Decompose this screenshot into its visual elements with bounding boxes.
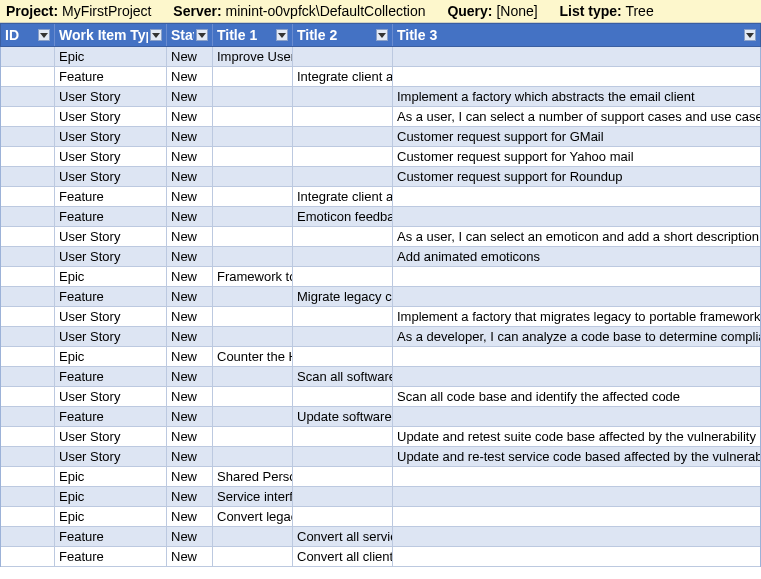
cell-work-item-type[interactable]: User Story bbox=[55, 247, 167, 266]
cell-title2[interactable] bbox=[293, 127, 393, 146]
cell-title3[interactable]: As a user, I can select a number of supp… bbox=[393, 107, 760, 126]
cell-work-item-type[interactable]: User Story bbox=[55, 227, 167, 246]
col-header-state[interactable]: State bbox=[167, 24, 213, 46]
cell-state[interactable]: New bbox=[167, 247, 213, 266]
cell-work-item-type[interactable]: Feature bbox=[55, 407, 167, 426]
table-row[interactable]: User StoryNewAs a user, I can select an … bbox=[1, 227, 760, 247]
cell-title3[interactable] bbox=[393, 367, 760, 386]
cell-work-item-type[interactable]: User Story bbox=[55, 167, 167, 186]
cell-title2[interactable] bbox=[293, 247, 393, 266]
table-row[interactable]: FeatureNewEmoticon feedback enabled in c… bbox=[1, 207, 760, 227]
cell-work-item-type[interactable]: User Story bbox=[55, 307, 167, 326]
cell-state[interactable]: New bbox=[167, 547, 213, 566]
cell-work-item-type[interactable]: Epic bbox=[55, 507, 167, 526]
cell-id[interactable] bbox=[1, 547, 55, 566]
col-header-title2[interactable]: Title 2 bbox=[293, 24, 393, 46]
cell-state[interactable]: New bbox=[167, 427, 213, 446]
cell-work-item-type[interactable]: Epic bbox=[55, 467, 167, 486]
cell-work-item-type[interactable]: Epic bbox=[55, 267, 167, 286]
cell-id[interactable] bbox=[1, 527, 55, 546]
cell-id[interactable] bbox=[1, 187, 55, 206]
cell-title1[interactable] bbox=[213, 527, 293, 546]
cell-work-item-type[interactable]: Epic bbox=[55, 347, 167, 366]
cell-id[interactable] bbox=[1, 247, 55, 266]
cell-state[interactable]: New bbox=[167, 387, 213, 406]
cell-work-item-type[interactable]: Feature bbox=[55, 527, 167, 546]
cell-title2[interactable]: Update software to resolve the Open SLL … bbox=[293, 407, 393, 426]
cell-state[interactable]: New bbox=[167, 227, 213, 246]
cell-title1[interactable]: Convert legacy Odata service interfactes… bbox=[213, 507, 293, 526]
cell-state[interactable]: New bbox=[167, 487, 213, 506]
cell-title3[interactable] bbox=[393, 527, 760, 546]
cell-title3[interactable] bbox=[393, 467, 760, 486]
cell-title2[interactable] bbox=[293, 447, 393, 466]
cell-title2[interactable] bbox=[293, 267, 393, 286]
cell-title1[interactable]: Framework to port applications to all de… bbox=[213, 267, 293, 286]
cell-state[interactable]: New bbox=[167, 67, 213, 86]
cell-id[interactable] bbox=[1, 287, 55, 306]
cell-title3[interactable]: Update and re-test service code based af… bbox=[393, 447, 760, 466]
cell-title1[interactable] bbox=[213, 207, 293, 226]
cell-id[interactable] bbox=[1, 107, 55, 126]
cell-title2[interactable]: Emoticon feedback enabled in client appl… bbox=[293, 207, 393, 226]
filter-dropdown-icon[interactable] bbox=[150, 29, 162, 41]
cell-title2[interactable]: Integrate client application with popula… bbox=[293, 67, 393, 86]
col-header-id[interactable]: ID bbox=[1, 24, 55, 46]
cell-title1[interactable] bbox=[213, 367, 293, 386]
cell-title1[interactable] bbox=[213, 387, 293, 406]
cell-id[interactable] bbox=[1, 467, 55, 486]
table-row[interactable]: EpicNewConvert legacy Odata service inte… bbox=[1, 507, 760, 527]
col-header-work-item-type[interactable]: Work Item Type bbox=[55, 24, 167, 46]
cell-title2[interactable] bbox=[293, 487, 393, 506]
cell-title3[interactable] bbox=[393, 407, 760, 426]
cell-id[interactable] bbox=[1, 487, 55, 506]
filter-dropdown-icon[interactable] bbox=[744, 29, 756, 41]
cell-title1[interactable] bbox=[213, 67, 293, 86]
cell-title3[interactable]: Customer request support for Roundup bbox=[393, 167, 760, 186]
table-row[interactable]: User StoryNewImplement a factory that mi… bbox=[1, 307, 760, 327]
cell-work-item-type[interactable]: User Story bbox=[55, 107, 167, 126]
cell-title2[interactable] bbox=[293, 347, 393, 366]
cell-id[interactable] bbox=[1, 147, 55, 166]
filter-dropdown-icon[interactable] bbox=[196, 29, 208, 41]
cell-state[interactable]: New bbox=[167, 467, 213, 486]
cell-title2[interactable] bbox=[293, 427, 393, 446]
cell-title2[interactable] bbox=[293, 327, 393, 346]
cell-title1[interactable]: Service interfaces to support REST API bbox=[213, 487, 293, 506]
table-row[interactable]: FeatureNewIntegrate client app with IM c… bbox=[1, 187, 760, 207]
cell-title3[interactable] bbox=[393, 207, 760, 226]
table-row[interactable]: FeatureNewConvert all services from usin… bbox=[1, 527, 760, 547]
cell-title3[interactable] bbox=[393, 187, 760, 206]
cell-title3[interactable]: Update and retest suite code base affect… bbox=[393, 427, 760, 446]
cell-title2[interactable] bbox=[293, 47, 393, 66]
cell-title1[interactable] bbox=[213, 187, 293, 206]
cell-state[interactable]: New bbox=[167, 127, 213, 146]
table-row[interactable]: User StoryNewScan all code base and iden… bbox=[1, 387, 760, 407]
cell-state[interactable]: New bbox=[167, 367, 213, 386]
cell-title2[interactable] bbox=[293, 87, 393, 106]
cell-state[interactable]: New bbox=[167, 107, 213, 126]
cell-title1[interactable] bbox=[213, 227, 293, 246]
cell-work-item-type[interactable]: User Story bbox=[55, 327, 167, 346]
table-row[interactable]: User StoryNewImplement a factory which a… bbox=[1, 87, 760, 107]
cell-state[interactable]: New bbox=[167, 327, 213, 346]
cell-work-item-type[interactable]: Feature bbox=[55, 187, 167, 206]
cell-title1[interactable] bbox=[213, 327, 293, 346]
cell-title1[interactable] bbox=[213, 407, 293, 426]
table-row[interactable]: EpicNewImprove User Experience bbox=[1, 47, 760, 67]
cell-state[interactable]: New bbox=[167, 47, 213, 66]
cell-work-item-type[interactable]: User Story bbox=[55, 127, 167, 146]
cell-id[interactable] bbox=[1, 127, 55, 146]
cell-title1[interactable] bbox=[213, 307, 293, 326]
cell-title3[interactable] bbox=[393, 267, 760, 286]
table-row[interactable]: FeatureNewMigrate legacy code to portabl… bbox=[1, 287, 760, 307]
cell-title1[interactable] bbox=[213, 167, 293, 186]
cell-title3[interactable] bbox=[393, 47, 760, 66]
cell-state[interactable]: New bbox=[167, 267, 213, 286]
cell-id[interactable] bbox=[1, 347, 55, 366]
table-row[interactable]: FeatureNewIntegrate client application w… bbox=[1, 67, 760, 87]
cell-id[interactable] bbox=[1, 207, 55, 226]
cell-state[interactable]: New bbox=[167, 407, 213, 426]
cell-title3[interactable]: Add animated emoticons bbox=[393, 247, 760, 266]
cell-title1[interactable] bbox=[213, 547, 293, 566]
